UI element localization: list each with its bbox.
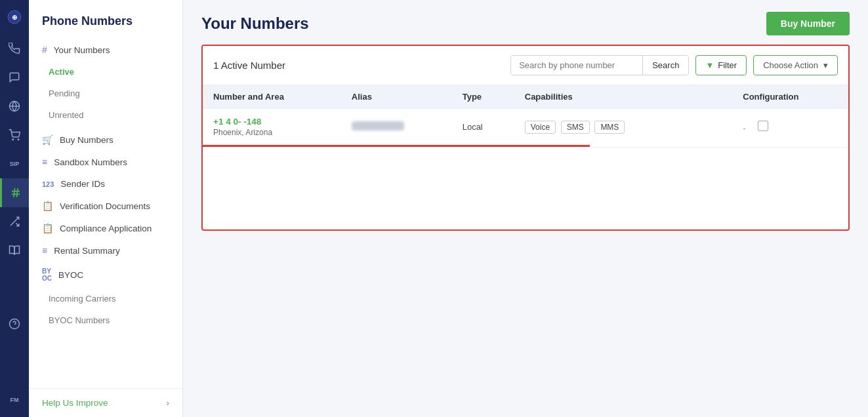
- sidebar-item-verification[interactable]: 📋 Verification Documents: [29, 195, 182, 217]
- config-checkbox[interactable]: [758, 121, 768, 131]
- filter-button[interactable]: ▼ Filter: [695, 55, 747, 75]
- cart-sidebar-icon: 🛒: [42, 134, 53, 145]
- sidebar-item-unrented[interactable]: Unrented: [29, 104, 182, 126]
- chevron-right-icon: ›: [167, 398, 170, 408]
- hash-nav-icon[interactable]: [0, 178, 29, 207]
- byoc-numbers-label: BYOC Numbers: [49, 315, 110, 325]
- active-label: Active: [49, 67, 74, 77]
- main-content: Your Numbers Buy Number 1 Active Number …: [183, 0, 868, 417]
- cell-capabilities: Voice SMS MMS: [514, 109, 701, 146]
- compliance-label: Compliance Application: [60, 224, 152, 233]
- buy-number-button[interactable]: Buy Number: [766, 12, 850, 35]
- byoc-label: BYOC: [58, 270, 83, 280]
- senderids-label: Sender IDs: [60, 179, 105, 189]
- help-label: Help Us Improve: [42, 398, 108, 408]
- verification-sidebar-icon: 📋: [42, 201, 53, 211]
- col-alias: Alias: [341, 85, 452, 109]
- search-input[interactable]: [511, 56, 642, 75]
- main-header: Your Numbers Buy Number: [183, 0, 868, 45]
- search-button[interactable]: Search: [642, 56, 688, 75]
- compliance-sidebar-icon: 📋: [42, 223, 53, 233]
- routing-nav-icon[interactable]: [0, 207, 29, 236]
- phone-number-link[interactable]: +1 4 0- -148: [213, 117, 261, 127]
- choose-action-button[interactable]: Choose Action ▾: [753, 55, 838, 75]
- fm-nav-icon[interactable]: FM: [0, 383, 29, 417]
- sidebar-item-pending[interactable]: Pending: [29, 83, 182, 104]
- capability-voice: Voice: [525, 121, 556, 134]
- col-capabilities: Capabilities: [514, 85, 701, 109]
- capability-mms: MMS: [594, 121, 625, 134]
- sidebar-item-buy-numbers[interactable]: 🛒 Buy Numbers: [29, 129, 182, 151]
- table-row: +1 4 0- -148 Phoenix, Arizona Local Voic…: [203, 109, 848, 146]
- capability-sms: SMS: [561, 121, 590, 134]
- verification-label: Verification Documents: [60, 201, 150, 211]
- sidebar-item-incoming-carriers[interactable]: Incoming Carriers: [29, 288, 182, 309]
- numbers-table-wrapper: Number and Area Alias Type Capabilities …: [203, 85, 848, 229]
- numbers-table: Number and Area Alias Type Capabilities …: [203, 85, 848, 148]
- numbers-panel: 1 Active Number Search ▼ Filter Choose A…: [201, 45, 850, 231]
- cell-type: Local: [452, 109, 514, 146]
- help-us-improve-link[interactable]: Help Us Improve ›: [29, 388, 182, 417]
- pending-label: Pending: [49, 89, 80, 98]
- phone-nav-icon[interactable]: [0, 34, 29, 63]
- col-number: Number and Area: [203, 85, 341, 109]
- cell-alias: [341, 109, 452, 146]
- filter-label: Filter: [718, 60, 737, 70]
- sandbox-sidebar-icon: ≡: [42, 157, 47, 167]
- sidebar-item-compliance[interactable]: 📋 Compliance Application: [29, 217, 182, 239]
- sidebar-title: Phone Numbers: [29, 7, 182, 39]
- choose-action-chevron-icon: ▾: [823, 60, 828, 70]
- table-header: Number and Area Alias Type Capabilities …: [203, 85, 848, 109]
- svg-text:⊕: ⊕: [12, 14, 17, 21]
- col-empty: [701, 85, 732, 109]
- page-title: Your Numbers: [201, 14, 309, 33]
- rental-label: Rental Summary: [54, 246, 120, 256]
- book-nav-icon[interactable]: [0, 236, 29, 265]
- filter-icon: ▼: [705, 60, 714, 70]
- sandbox-label: Sandbox Numbers: [54, 157, 127, 167]
- svg-point-5: [18, 139, 19, 140]
- sidebar-item-byoc-numbers[interactable]: BYOC Numbers: [29, 309, 182, 331]
- buy-numbers-label: Buy Numbers: [60, 135, 114, 145]
- search-wrapper: Search: [510, 55, 689, 75]
- svg-point-4: [12, 139, 14, 140]
- red-underline-row: [203, 145, 848, 148]
- globe-nav-icon[interactable]: [0, 92, 29, 121]
- icon-sidebar: ⊕ SIP FM: [0, 0, 29, 417]
- your-numbers-label: Your Numbers: [54, 45, 110, 55]
- help-nav-icon[interactable]: [0, 309, 29, 338]
- rental-sidebar-icon: ≡: [42, 245, 47, 256]
- svg-line-9: [16, 188, 18, 197]
- nav-sidebar: Phone Numbers # Your Numbers Active Pend…: [29, 0, 183, 417]
- sidebar-item-sandbox[interactable]: ≡ Sandbox Numbers: [29, 151, 182, 173]
- numbers-toolbar: 1 Active Number Search ▼ Filter Choose A…: [203, 46, 848, 85]
- config-dash: -: [743, 123, 745, 133]
- cell-config: -: [732, 109, 848, 146]
- cell-spacer: [701, 109, 732, 146]
- cell-number: +1 4 0- -148 Phoenix, Arizona: [203, 109, 341, 146]
- alias-blurred: [352, 121, 404, 130]
- col-configuration: Configuration: [732, 85, 848, 109]
- senderids-sidebar-icon: 123: [42, 180, 54, 188]
- table-body: +1 4 0- -148 Phoenix, Arizona Local Voic…: [203, 109, 848, 148]
- sidebar-item-rental-summary[interactable]: ≡ Rental Summary: [29, 239, 182, 262]
- unrented-label: Unrented: [49, 110, 83, 120]
- sip-nav-icon[interactable]: SIP: [0, 149, 29, 178]
- active-count: 1 Active Number: [213, 60, 504, 71]
- area-text: Phoenix, Arizona: [213, 128, 331, 137]
- your-numbers-group: # Your Numbers Active Pending Unrented: [29, 39, 182, 126]
- sidebar-item-active[interactable]: Active: [29, 61, 182, 83]
- byoc-sidebar-icon: BYOC: [42, 268, 52, 282]
- svg-line-8: [14, 188, 15, 197]
- sidebar-item-byoc[interactable]: BYOC BYOC: [29, 262, 182, 288]
- byoc-group: BYOC BYOC Incoming Carriers BYOC Numbers: [29, 262, 182, 331]
- sidebar-item-your-numbers[interactable]: # Your Numbers: [29, 39, 182, 61]
- incoming-carriers-label: Incoming Carriers: [49, 294, 116, 304]
- hash-sidebar-icon: #: [42, 45, 47, 55]
- col-type: Type: [452, 85, 514, 109]
- brand-logo[interactable]: ⊕: [0, 0, 29, 34]
- sidebar-item-sender-ids[interactable]: 123 Sender IDs: [29, 173, 182, 195]
- cart-nav-icon[interactable]: [0, 121, 29, 149]
- message-nav-icon[interactable]: [0, 63, 29, 92]
- choose-action-label: Choose Action: [763, 60, 818, 70]
